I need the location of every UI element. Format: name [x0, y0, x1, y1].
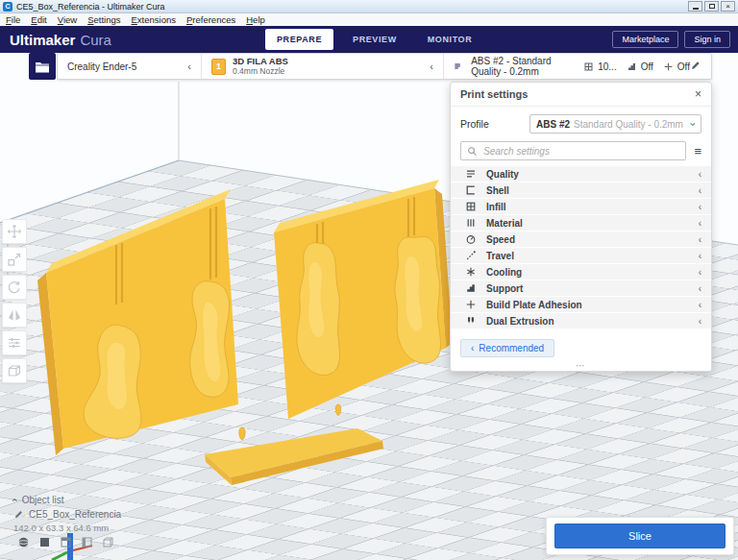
view-left-icon[interactable]: [81, 536, 93, 548]
profile-detail: Standard Quality - 0.2mm: [574, 119, 683, 130]
settings-category-speed[interactable]: Speed ‹: [451, 231, 711, 247]
mirror-tool-button[interactable]: [2, 303, 27, 328]
menu-view[interactable]: View: [58, 14, 77, 25]
settings-category-shell[interactable]: Shell ‹: [451, 183, 711, 198]
support-blocker-button[interactable]: [2, 358, 27, 383]
chevron-left-icon: ‹: [187, 61, 191, 72]
adhesion-icon: [663, 61, 674, 72]
scale-tool-button[interactable]: [2, 247, 27, 272]
minimize-icon: [693, 8, 699, 10]
object-list-toggle[interactable]: ‹ Object list: [13, 493, 121, 507]
view-top-icon[interactable]: [60, 536, 72, 548]
printer-name: Creality Ender-5: [67, 61, 136, 72]
recommended-mode-button[interactable]: ‹ Recommended: [460, 339, 554, 357]
move-tool-button[interactable]: [2, 219, 27, 244]
view-right-icon[interactable]: [102, 536, 114, 548]
rotate-icon: [7, 280, 22, 295]
open-folder-icon: [35, 61, 50, 73]
edit-settings-button[interactable]: [690, 58, 701, 75]
object-name: CE5_Box_Referencia: [29, 509, 121, 520]
app-header: UltimakerCura PREPARE PREVIEW MONITOR Ma…: [0, 26, 738, 53]
infill-icon: [465, 201, 477, 212]
menu-edit[interactable]: Edit: [31, 14, 46, 25]
search-settings-input[interactable]: [481, 145, 679, 158]
settings-category-list: Quality ‹ Shell ‹ Infill ‹ Material ‹ Sp…: [451, 166, 711, 329]
app-icon: C: [3, 2, 12, 12]
panel-resize-handle[interactable]: ⋯: [576, 361, 586, 371]
menu-file[interactable]: File: [6, 14, 20, 25]
travel-icon: [465, 250, 477, 261]
chevron-left-icon: ‹: [699, 185, 701, 196]
rotate-tool-button[interactable]: [2, 275, 27, 300]
support-icon: [627, 61, 637, 72]
profile-name: ABS #2: [536, 119, 570, 130]
per-model-settings-button[interactable]: [2, 330, 27, 355]
pencil-icon: [690, 60, 701, 71]
material-name: 3D FILA ABS: [233, 57, 288, 67]
chevron-left-icon: ‹: [699, 234, 701, 245]
dual-extrusion-icon: [465, 315, 477, 327]
object-list-item[interactable]: CE5_Box_Referencia: [13, 507, 121, 522]
object-info: ‹ Object list CE5_Box_Referencia 142.0 x…: [13, 493, 121, 533]
view-front-icon[interactable]: [38, 536, 51, 548]
chevron-left-icon: ‹: [430, 61, 433, 72]
tab-preview[interactable]: PREVIEW: [341, 29, 408, 50]
settings-category-travel[interactable]: Travel ‹: [451, 248, 711, 263]
menu-help[interactable]: Help: [246, 14, 265, 25]
title-bar: C CE5_Box_Referencia - Ultimaker Cura ×: [0, 0, 738, 13]
search-settings-box[interactable]: [460, 141, 686, 160]
menu-bar: File Edit View Settings Extensions Prefe…: [0, 13, 738, 27]
chevron-left-icon: ‹: [471, 343, 474, 353]
chevron-left-icon: ‹: [699, 267, 701, 278]
support-icon: [465, 282, 477, 294]
open-file-button[interactable]: [29, 53, 56, 80]
object-dimensions: 142.0 x 63.3 x 64.6 mm: [13, 523, 121, 533]
panel-title: Print settings: [460, 88, 528, 100]
material-icon: [465, 217, 477, 229]
minimize-button[interactable]: [688, 1, 702, 12]
settings-category-material[interactable]: Material ‹: [451, 215, 711, 231]
settings-category-infill[interactable]: Infill ‹: [451, 199, 711, 214]
nozzle-size: 0.4mm Nozzle: [233, 67, 288, 77]
chevron-left-icon: ‹: [699, 316, 701, 327]
window-title: CE5_Box_Referencia - Ultimaker Cura: [16, 2, 165, 12]
speed-icon: [465, 233, 477, 245]
adhesion-value: Off: [677, 61, 690, 72]
tab-prepare[interactable]: PREPARE: [265, 29, 333, 50]
mirror-icon: [7, 307, 22, 323]
settings-category-support[interactable]: Support ‹: [451, 280, 711, 296]
sign-in-button[interactable]: Sign in: [684, 31, 730, 48]
quality-icon: [465, 168, 477, 180]
menu-settings[interactable]: Settings: [87, 14, 120, 25]
move-icon: [7, 224, 22, 239]
close-panel-icon[interactable]: ×: [695, 87, 701, 101]
profile-dropdown[interactable]: ABS #2 Standard Quality - 0.2mm ‹: [529, 114, 701, 134]
tab-monitor[interactable]: MONITOR: [416, 29, 484, 50]
close-button[interactable]: ×: [721, 1, 735, 12]
infill-value: 10...: [598, 61, 616, 72]
settings-menu-icon[interactable]: ≡: [694, 144, 701, 158]
search-icon: [467, 146, 478, 157]
maximize-button[interactable]: [704, 1, 719, 12]
extruder-badge: 1: [211, 59, 226, 75]
camera-view-buttons: [17, 536, 114, 548]
settings-category-build-plate-adhesion[interactable]: Build Plate Adhesion ‹: [451, 297, 711, 312]
chevron-left-icon: ‹: [699, 283, 701, 294]
menu-preferences[interactable]: Preferences: [186, 14, 235, 25]
sliders-icon: [7, 335, 22, 351]
print-settings-panel: Print settings × Profile ABS #2 Standard…: [450, 82, 712, 372]
profile-summary: ABS #2 - Standard Quality - 0.2mm: [471, 56, 574, 77]
printer-selector[interactable]: Creality Ender-5 ‹: [58, 54, 202, 79]
marketplace-button[interactable]: Marketplace: [612, 31, 678, 48]
view-3d-icon[interactable]: [17, 536, 30, 548]
settings-category-quality[interactable]: Quality ‹: [451, 166, 711, 182]
object-list-label: Object list: [22, 495, 64, 505]
material-selector[interactable]: 1 3D FILA ABS 0.4mm Nozzle ‹: [202, 54, 444, 79]
menu-extensions[interactable]: Extensions: [132, 14, 176, 25]
chevron-left-icon: ‹: [699, 169, 701, 180]
settings-category-cooling[interactable]: Cooling ‹: [451, 264, 711, 280]
slice-panel: Slice: [546, 517, 734, 555]
print-settings-summary[interactable]: ABS #2 - Standard Quality - 0.2mm 10... …: [444, 54, 711, 79]
slice-button[interactable]: Slice: [554, 523, 726, 548]
settings-category-dual-extrusion[interactable]: Dual Extrusion ‹: [451, 313, 711, 329]
